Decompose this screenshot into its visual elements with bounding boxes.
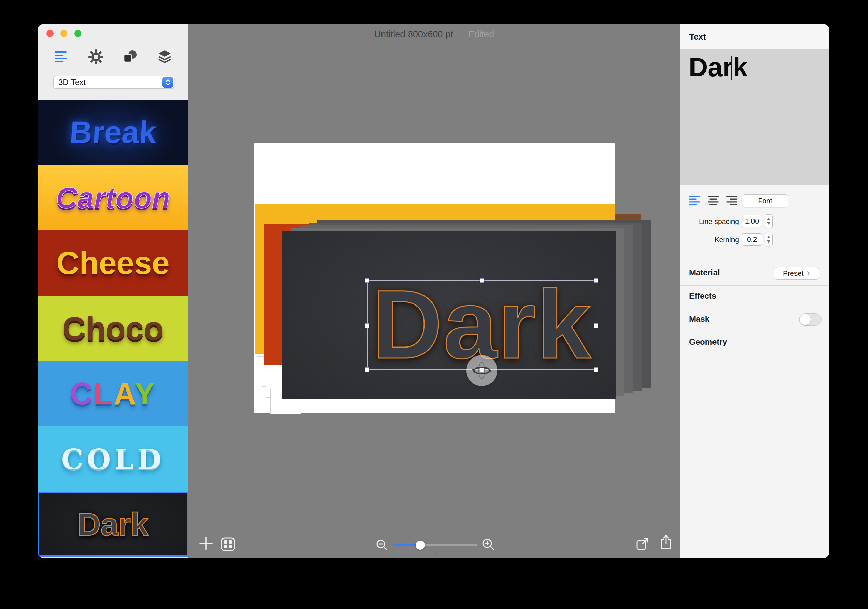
align-left-button[interactable] — [688, 196, 702, 207]
preset-letter: Y — [134, 376, 156, 411]
preset-label: Dark — [78, 507, 149, 543]
align-center-button[interactable] — [707, 196, 720, 207]
effects-section-label: Effects — [689, 291, 716, 301]
preset-label: Cheese — [56, 245, 169, 282]
geometry-section-label: Geometry — [689, 337, 727, 347]
divider — [680, 308, 829, 308]
zoom-in-icon[interactable] — [481, 537, 495, 552]
mask-section-label: Mask — [689, 314, 710, 324]
inspector-title: Text — [689, 32, 706, 42]
rotate-3d-control[interactable] — [466, 355, 498, 386]
material-section-label: Material — [689, 268, 720, 277]
window-title: Untitled 800x600 pt— Edited — [188, 29, 680, 40]
zoom-100-tick — [435, 552, 436, 555]
material-preset-button-label: Preset — [783, 269, 804, 277]
document-edited-flag: — Edited — [456, 29, 494, 39]
layers-icon[interactable] — [155, 47, 175, 67]
canvas-area: Untitled 800x600 pt— Edited Dark — [188, 25, 680, 558]
style-category-value: 3D Text — [54, 77, 162, 87]
desktop-background: 3D Text BreakCartoonCheeseChocoCLAYCOLDD… — [0, 0, 868, 609]
preset-cartoon[interactable]: Cartoon — [37, 165, 188, 230]
preset-label: COLD — [61, 443, 165, 476]
preset-letter: C — [70, 376, 93, 411]
shapes-icon[interactable] — [120, 47, 140, 67]
align-right-button[interactable] — [725, 196, 738, 207]
preset-letter: L — [93, 376, 113, 411]
line-spacing-label: Line spacing — [680, 217, 739, 226]
zoom-slider-track[interactable] — [393, 544, 477, 546]
chevron-right-icon: › — [807, 268, 810, 277]
preset-cheese[interactable]: Cheese — [37, 230, 188, 296]
preset-clay[interactable]: CLAY — [37, 361, 188, 426]
share-export-icon[interactable] — [659, 534, 673, 550]
sidebar: 3D Text BreakCartoonCheeseChocoCLAYCOLDD… — [37, 25, 188, 558]
preset-choco[interactable]: Choco — [37, 296, 188, 361]
selection-handle[interactable] — [594, 324, 598, 328]
text-cursor — [732, 56, 733, 80]
sidebar-toolbar — [51, 47, 175, 67]
text-input-area[interactable]: Dark — [680, 49, 829, 185]
fullscreen-button[interactable] — [74, 30, 81, 37]
line-spacing-stepper[interactable] — [765, 214, 773, 228]
mask-toggle[interactable] — [799, 313, 822, 326]
zoom-slider-knob[interactable] — [416, 541, 425, 550]
preset-label: Cartoon — [56, 181, 170, 215]
close-button[interactable] — [46, 30, 54, 37]
document-title: Untitled 800x600 pt — [374, 29, 453, 39]
preset-label: Choco — [62, 310, 164, 347]
kerning-label: Kerning — [680, 236, 739, 244]
inspector-header: Text — [680, 25, 829, 49]
window-controls — [46, 30, 81, 37]
preset-label: CLAY — [70, 376, 156, 412]
selection-handle[interactable] — [365, 367, 369, 372]
divider — [680, 262, 829, 262]
preset-dark[interactable]: Dark — [37, 492, 188, 557]
preset-letter: A — [113, 376, 134, 411]
add-object-button[interactable] — [198, 535, 214, 552]
selection-handle[interactable] — [365, 279, 369, 283]
sidebar-header: 3D Text — [37, 25, 188, 99]
selection-handle[interactable] — [480, 279, 484, 283]
preset-cold[interactable]: COLD — [37, 426, 188, 492]
selection-handle[interactable] — [365, 324, 369, 328]
font-button[interactable]: Font — [742, 194, 788, 207]
line-spacing-input[interactable]: 1.00 — [742, 215, 762, 227]
divider — [680, 353, 829, 354]
kerning-stepper[interactable] — [765, 233, 773, 246]
divider — [680, 330, 829, 331]
mask-toggle-knob — [800, 314, 811, 325]
settings-gear-icon[interactable] — [86, 47, 106, 67]
style-category-dropdown[interactable]: 3D Text — [53, 76, 175, 89]
minimize-button[interactable] — [60, 30, 67, 37]
preset-break[interactable]: Break — [37, 99, 188, 165]
selection-handle[interactable] — [594, 367, 598, 372]
divider — [680, 285, 829, 285]
inspector-panel: Text Dark Font Line spacing 1.00 Kerning — [680, 25, 829, 558]
kerning-input[interactable]: 0.2 — [742, 233, 762, 246]
zoom-out-icon[interactable] — [375, 539, 388, 552]
styles-list-icon[interactable] — [51, 47, 71, 67]
app-window: 3D Text BreakCartoonCheeseChocoCLAYCOLDD… — [37, 25, 829, 558]
templates-grid-button[interactable] — [221, 537, 235, 552]
text-input-value: Dark — [689, 52, 747, 83]
material-preset-button[interactable]: Preset› — [774, 267, 819, 280]
preset-label: Break — [69, 115, 157, 150]
selection-handle[interactable] — [594, 279, 598, 283]
dropdown-arrows-icon — [162, 77, 174, 88]
resize-canvas-icon[interactable] — [636, 536, 650, 551]
preset-list: BreakCartoonCheeseChocoCLAYCOLDDark — [37, 99, 188, 558]
